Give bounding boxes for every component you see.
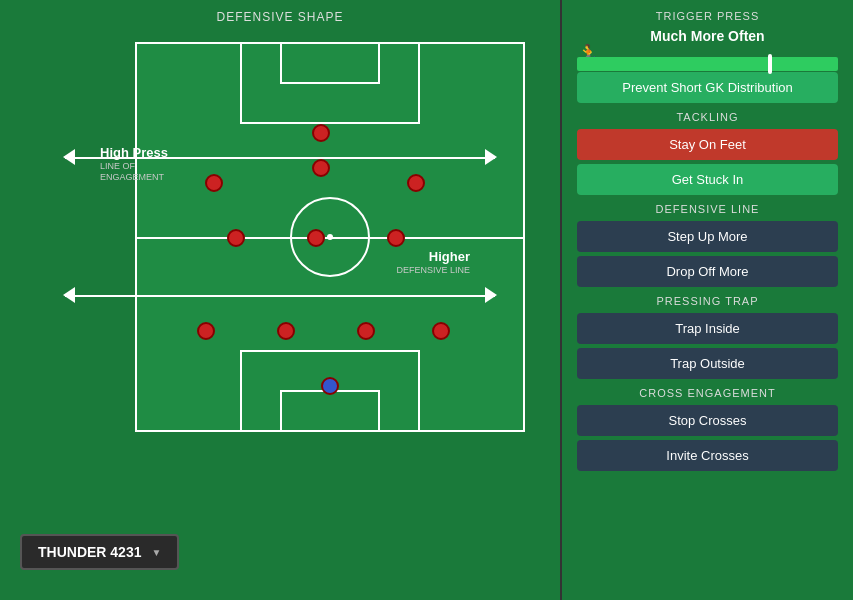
drop-off-more-button[interactable]: Drop Off More bbox=[577, 256, 838, 287]
trap-inside-button[interactable]: Trap Inside bbox=[577, 313, 838, 344]
defensive-line-pitch-label: DEFENSIVE LINE bbox=[396, 265, 470, 275]
press-arrow-left-icon bbox=[63, 149, 75, 165]
step-up-more-button[interactable]: Step Up More bbox=[577, 221, 838, 252]
player-gk bbox=[321, 377, 339, 395]
player-attacker-2 bbox=[312, 159, 330, 177]
player-midfielder-3 bbox=[387, 229, 405, 247]
cross-engagement-label: CROSS ENGAGEMENT bbox=[577, 387, 838, 399]
trigger-press-label: TRIGGER PRESS bbox=[577, 10, 838, 22]
def-arrow-right-icon bbox=[485, 287, 497, 303]
player-striker bbox=[312, 124, 330, 142]
prevent-short-gk-button[interactable]: Prevent Short GK Distribution bbox=[577, 72, 838, 103]
line-of-engagement-label: LINE OFENGAGEMENT bbox=[100, 161, 164, 183]
pitch-outer: High Press LINE OFENGAGEMENT Higher DEFE… bbox=[85, 37, 475, 437]
get-stuck-in-button[interactable]: Get Stuck In bbox=[577, 164, 838, 195]
left-panel: DEFENSIVE SHAPE High Press LINE OFENGAGE… bbox=[0, 0, 560, 600]
stay-on-feet-button[interactable]: Stay On Feet bbox=[577, 129, 838, 160]
defensive-shape-title: DEFENSIVE SHAPE bbox=[216, 10, 343, 24]
higher-label: Higher bbox=[429, 249, 470, 264]
team-dropdown[interactable]: THUNDER 4231 ▼ bbox=[20, 534, 179, 570]
player-defender-2 bbox=[277, 322, 295, 340]
center-spot bbox=[327, 234, 333, 240]
dropdown-arrow-icon: ▼ bbox=[151, 547, 161, 558]
player-attacker-1 bbox=[205, 174, 223, 192]
player-defender-4 bbox=[432, 322, 450, 340]
invite-crosses-button[interactable]: Invite Crosses bbox=[577, 440, 838, 471]
team-name: THUNDER 4231 bbox=[38, 544, 141, 560]
trigger-press-value: Much More Often bbox=[577, 28, 838, 44]
tackling-section: TACKLING Stay On Feet Get Stuck In bbox=[577, 111, 838, 195]
high-press-label: High Press bbox=[100, 145, 168, 160]
trap-outside-button[interactable]: Trap Outside bbox=[577, 348, 838, 379]
player-defender-3 bbox=[357, 322, 375, 340]
player-midfielder-1 bbox=[227, 229, 245, 247]
def-line bbox=[65, 295, 495, 297]
stop-crosses-button[interactable]: Stop Crosses bbox=[577, 405, 838, 436]
slider-thumb bbox=[768, 54, 772, 74]
football-pitch bbox=[135, 42, 525, 432]
defensive-line-section: DEFENSIVE LINE Step Up More Drop Off Mor… bbox=[577, 203, 838, 287]
slider-track bbox=[577, 57, 838, 71]
pressing-trap-label: PRESSING TRAP bbox=[577, 295, 838, 307]
cross-engagement-section: CROSS ENGAGEMENT Stop Crosses Invite Cro… bbox=[577, 387, 838, 471]
top-goal-area bbox=[280, 44, 380, 84]
tackling-label: TACKLING bbox=[577, 111, 838, 123]
trigger-press-section: TRIGGER PRESS Much More Often 🏃 Prevent … bbox=[577, 10, 838, 103]
player-midfielder-2 bbox=[307, 229, 325, 247]
bottom-goal-area bbox=[280, 390, 380, 430]
def-arrow-left-icon bbox=[63, 287, 75, 303]
press-arrow-right-icon bbox=[485, 149, 497, 165]
right-panel: TRIGGER PRESS Much More Often 🏃 Prevent … bbox=[562, 0, 853, 600]
player-defender-1 bbox=[197, 322, 215, 340]
player-attacker-3 bbox=[407, 174, 425, 192]
trigger-press-slider[interactable]: 🏃 bbox=[577, 48, 838, 68]
defensive-line-label: DEFENSIVE LINE bbox=[577, 203, 838, 215]
pressing-trap-section: PRESSING TRAP Trap Inside Trap Outside bbox=[577, 295, 838, 379]
slider-player-icon: 🏃 bbox=[577, 43, 838, 73]
